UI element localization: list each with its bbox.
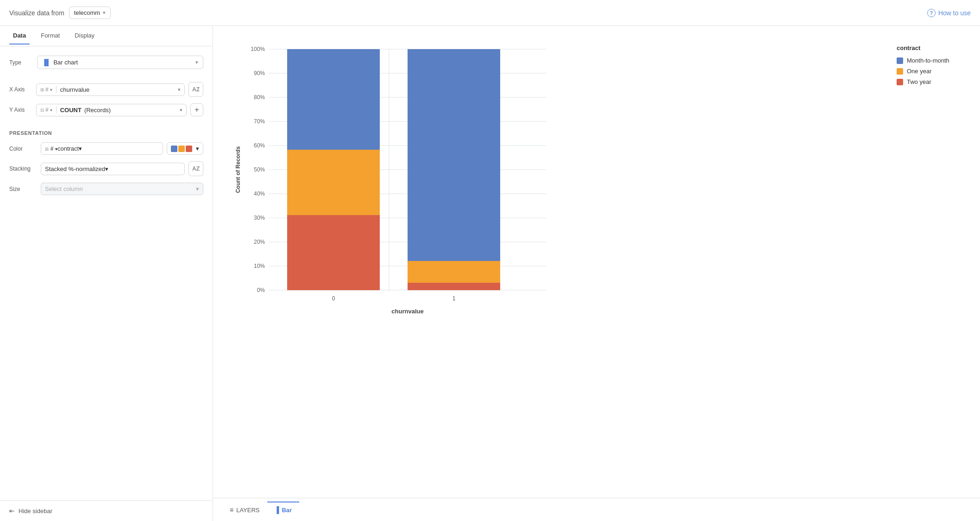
svg-text:50%: 50% [254, 166, 265, 173]
legend-swatch-oneyear [897, 68, 903, 75]
sidebar-content: Type ▐▌ Bar chart ▾ X Axis ⊞ # ▾ [0, 46, 213, 500]
chevron-down-icon: ▾ [103, 10, 106, 16]
yaxis-control[interactable]: ⊟ # ▾ COUNT (Records) ▾ [36, 104, 187, 116]
chevron-down-icon: ▾ [195, 59, 198, 65]
sidebar: Data Format Display Type ▐▌ Bar chart ▾ [0, 26, 213, 521]
xaxis-type-icon: ⊞ [40, 87, 44, 92]
tab-bar[interactable]: ▐ Bar [267, 502, 300, 517]
how-to-use-button[interactable]: ? How to use [927, 9, 971, 17]
yaxis-col-name: (Records) [84, 107, 180, 114]
svg-text:0%: 0% [257, 287, 265, 293]
legend-title: contract [897, 44, 961, 51]
stacking-sort-button[interactable]: AZ [188, 161, 203, 176]
y-axis-label: Count of Records [235, 146, 241, 193]
svg-text:60%: 60% [254, 142, 265, 149]
swatch-blue [171, 146, 177, 152]
legend-item-month: Month-to-month [897, 57, 961, 64]
chevron-down-icon: ▾ [180, 107, 182, 113]
legend-swatch-twoyear [897, 79, 903, 85]
svg-text:30%: 30% [254, 215, 265, 221]
type-label: Type [9, 59, 32, 66]
sidebar-tabs: Data Format Display [0, 26, 213, 46]
chart-legend: contract Month-to-month One year Two yea… [897, 40, 961, 85]
color-col-name: contract [57, 145, 79, 152]
xaxis-col-name: churnvalue [60, 86, 178, 93]
svg-text:80%: 80% [254, 94, 265, 101]
size-label: Size [9, 186, 37, 192]
stacking-value: Stacked %-normalized [45, 165, 105, 172]
xaxis-hash: # [45, 86, 49, 93]
stacking-control[interactable]: Stacked %-normalized ▾ [41, 163, 185, 175]
sidebar-toggle-icon: ⇤ [9, 507, 15, 515]
bar-icon: ▐ [275, 506, 279, 514]
stacking-row: Stacking Stacked %-normalized ▾ AZ [9, 161, 203, 176]
color-swatch-button[interactable]: ▾ [167, 142, 203, 155]
bar-chart-icon: ▐▌ [42, 59, 50, 66]
color-hash: # [50, 146, 54, 152]
type-selector[interactable]: ▐▌ Bar chart ▾ [37, 56, 203, 69]
size-placeholder: Select column [45, 185, 83, 192]
yaxis-type-icon: ⊟ [40, 108, 44, 113]
yaxis-add-button[interactable]: + [190, 103, 203, 116]
bar-1-xlabel: 1 [452, 295, 456, 302]
xaxis-control[interactable]: ⊞ # ▾ churnvalue ▾ [36, 83, 185, 96]
chevron-icon: ▾ [50, 108, 52, 113]
type-row: Type ▐▌ Bar chart ▾ [9, 56, 203, 69]
top-bar: Visualize data from telecomm ▾ ? How to … [0, 0, 980, 26]
size-control[interactable]: Select column ▾ [41, 183, 203, 195]
dataset-value: telecomm [74, 9, 100, 16]
bar-0-twoyear [287, 215, 380, 290]
bar-1: 1 [408, 49, 500, 302]
bottom-tabs: ≡ LAYERS ▐ Bar [213, 498, 980, 521]
svg-text:20%: 20% [254, 239, 265, 245]
bar-1-twoyear [408, 283, 500, 290]
swatch-red [186, 146, 192, 152]
color-label: Color [9, 146, 37, 152]
tab-data[interactable]: Data [9, 27, 30, 44]
legend-item-oneyear: One year [897, 68, 961, 75]
chart-wrapper: 100% 90% 80% 70% 60% [232, 40, 961, 319]
yaxis-agg: COUNT [60, 107, 82, 114]
swatch-orange [178, 146, 185, 152]
x-axis-label: churnvalue [391, 308, 423, 315]
chart-area: 100% 90% 80% 70% 60% [213, 26, 980, 498]
layers-icon: ≡ [230, 506, 233, 514]
dataset-selector[interactable]: telecomm ▾ [69, 6, 111, 19]
stacking-label: Stacking [9, 165, 37, 172]
xaxis-row: X Axis ⊞ # ▾ churnvalue ▾ AZ [9, 82, 203, 97]
tab-layers-label: LAYERS [236, 507, 259, 514]
question-icon: ? [927, 9, 936, 17]
chart-container: 100% 90% 80% 70% 60% [232, 40, 883, 319]
color-swatch-preview [171, 146, 192, 152]
tab-display[interactable]: Display [71, 27, 98, 44]
tab-layers[interactable]: ≡ LAYERS [222, 502, 267, 517]
color-col-control[interactable]: ⊞ # ▾ contract ▾ [41, 142, 163, 155]
bar-1-oneyear [408, 261, 500, 283]
hide-sidebar-button[interactable]: ⇤ Hide sidebar [0, 500, 213, 521]
top-bar-left: Visualize data from telecomm ▾ [9, 6, 111, 19]
chevron-down-icon: ▾ [196, 185, 199, 192]
legend-label-oneyear: One year [907, 68, 931, 75]
svg-text:10%: 10% [254, 263, 265, 269]
chevron-icon: ▾ [50, 87, 52, 92]
bar-0: 0 [287, 49, 380, 302]
legend-item-twoyear: Two year [897, 78, 961, 85]
color-type-icon: ⊞ [45, 146, 49, 152]
xaxis-sort-button[interactable]: AZ [188, 82, 203, 97]
legend-label-twoyear: Two year [907, 78, 931, 85]
color-row: Color ⊞ # ▾ contract ▾ ▾ [9, 142, 203, 155]
bar-1-month [408, 49, 500, 261]
main-content: 100% 90% 80% 70% 60% [213, 26, 980, 521]
tab-format[interactable]: Format [37, 27, 63, 44]
main-layout: Data Format Display Type ▐▌ Bar chart ▾ [0, 26, 980, 521]
tab-bar-label: Bar [282, 507, 292, 514]
chart-svg: 100% 90% 80% 70% 60% [232, 40, 579, 318]
svg-text:100%: 100% [251, 46, 265, 52]
bar-0-month [287, 49, 380, 150]
svg-text:40%: 40% [254, 191, 265, 197]
chevron-down-icon: ▾ [196, 145, 199, 152]
xaxis-label: X Axis [9, 86, 32, 93]
svg-text:70%: 70% [254, 118, 265, 125]
yaxis-type-badge: ⊟ # ▾ [40, 107, 57, 113]
bar-0-xlabel: 0 [332, 295, 335, 302]
